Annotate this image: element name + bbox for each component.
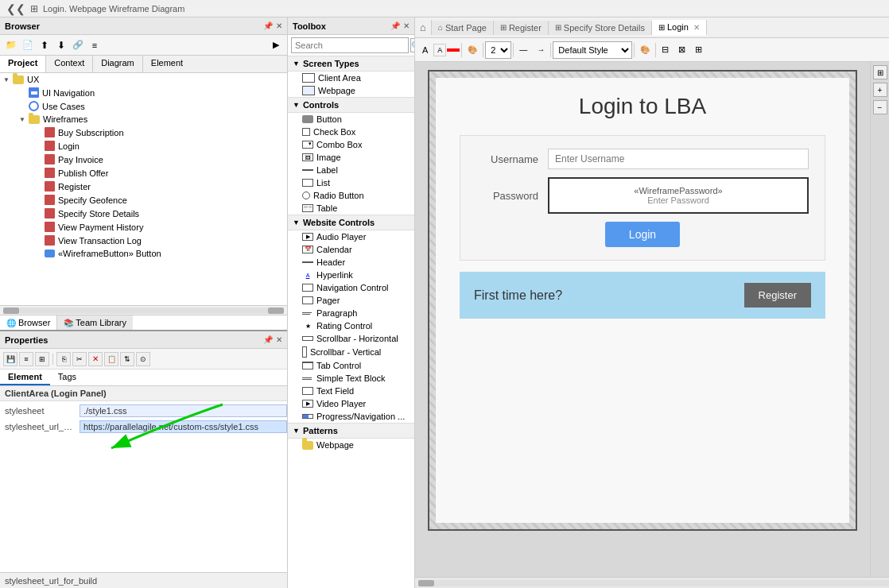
- toolbox-item-image[interactable]: 🖼 Image: [288, 151, 414, 164]
- toolbox-item-navigation-control[interactable]: Navigation Control: [288, 281, 414, 294]
- prop-tab-tags[interactable]: Tags: [50, 369, 84, 385]
- toolbox-item-progress-nav[interactable]: Progress/Navigation ...: [288, 410, 414, 423]
- prop-delete-icon[interactable]: ✕: [88, 352, 103, 366]
- prop-link-icon[interactable]: ⊙: [136, 352, 150, 366]
- tab-element[interactable]: Element: [143, 56, 191, 72]
- browser-close-icon[interactable]: ✕: [276, 21, 282, 30]
- fmt-arrow-icon[interactable]: →: [533, 41, 549, 59]
- properties-close-icon[interactable]: ✕: [276, 335, 282, 344]
- toolbox-item-table[interactable]: Table: [288, 202, 414, 215]
- toolbar-folder-btn[interactable]: 📁: [3, 37, 19, 53]
- prop-list-icon[interactable]: ≡: [19, 352, 33, 366]
- toolbar-chain-btn[interactable]: 🔗: [70, 37, 86, 53]
- browser-pin-icon[interactable]: 📌: [263, 21, 273, 30]
- toolbox-section-patterns[interactable]: ▼ Patterns: [288, 423, 414, 439]
- tree-item-wireframes[interactable]: ▼ Wireframes: [0, 113, 287, 126]
- toolbox-item-tab-control[interactable]: Tab Control: [288, 359, 414, 372]
- fmt-number-select[interactable]: 2: [485, 41, 511, 59]
- toolbox-item-webpage[interactable]: Webpage: [288, 84, 414, 97]
- toolbox-item-audio-player[interactable]: ▶ Audio Player: [288, 230, 414, 243]
- toolbox-item-label[interactable]: Label: [288, 164, 414, 176]
- login-tab-close[interactable]: ✕: [693, 23, 700, 32]
- prop-copy-icon[interactable]: ⎘: [56, 352, 71, 366]
- toolbox-item-check-box[interactable]: Check Box: [288, 126, 414, 138]
- tab-context[interactable]: Context: [46, 56, 93, 72]
- fmt-fill-color-icon[interactable]: 🎨: [636, 41, 654, 59]
- prop-value-stylesheet-url[interactable]: https://parallelagile.net/custom-css/sty…: [80, 420, 287, 433]
- nav-diagram-icon[interactable]: ⊞: [30, 3, 38, 14]
- tree-item-login[interactable]: Login: [0, 139, 287, 153]
- diagram-tab-specify-store[interactable]: ⊞ Specify Store Details: [549, 21, 652, 35]
- toolbox-item-hyperlink[interactable]: A Hyperlink: [288, 269, 414, 281]
- nav-back-icon[interactable]: ❮❮: [6, 2, 25, 15]
- fmt-align-left-icon[interactable]: ⊟: [658, 41, 673, 59]
- canvas-scrollbar-h[interactable]: [415, 577, 889, 588]
- toolbox-item-simple-text-block[interactable]: Simple Text Block: [288, 372, 414, 385]
- zoom-out-btn[interactable]: −: [873, 100, 887, 114]
- toolbar-down-btn[interactable]: ⬇: [53, 37, 69, 53]
- diagram-tab-register[interactable]: ⊞ Register: [494, 21, 549, 35]
- tree-item-ux[interactable]: ▼ UX: [0, 73, 287, 86]
- toolbox-section-website-controls[interactable]: ▼ Website Controls: [288, 215, 414, 230]
- tree-item-view-transaction-log[interactable]: View Transaction Log: [0, 234, 287, 247]
- canvas-scroll-area[interactable]: Login to LBA Username: [415, 62, 870, 577]
- bottom-tab-browser[interactable]: 🌐 Browser: [0, 315, 57, 330]
- tree-item-specify-store-details[interactable]: Specify Store Details: [0, 207, 287, 220]
- toolbox-item-radio-button[interactable]: Radio Button: [288, 189, 414, 202]
- toolbox-item-header[interactable]: Header: [288, 256, 414, 269]
- prop-tab-element[interactable]: Element: [0, 369, 50, 385]
- diagram-home-tab[interactable]: ⌂: [415, 20, 432, 35]
- tree-item-ui-nav[interactable]: UI Navigation: [0, 86, 287, 99]
- toolbox-item-pager[interactable]: Pager: [288, 294, 414, 307]
- tree-item-publish-offer[interactable]: Publish Offer: [0, 166, 287, 180]
- toolbar-page-btn[interactable]: 📄: [20, 37, 36, 53]
- fmt-color-a-icon[interactable]: A: [433, 44, 446, 56]
- fmt-align-right-icon[interactable]: ⊠: [674, 41, 689, 59]
- fmt-paint-bucket-icon[interactable]: 🎨: [464, 41, 481, 59]
- toolbar-up-btn[interactable]: ⬆: [37, 37, 52, 53]
- toolbox-item-video-player[interactable]: ▶ Video Player: [288, 397, 414, 410]
- toolbox-section-screen-types[interactable]: ▼ Screen Types: [288, 56, 414, 72]
- browser-scrollbar-h[interactable]: [0, 305, 287, 315]
- toolbox-search-input[interactable]: [291, 37, 409, 53]
- fmt-more-icon[interactable]: ⊞: [691, 41, 706, 59]
- zoom-fit-btn[interactable]: ⊞: [873, 65, 887, 79]
- toolbar-expand-btn[interactable]: ▶: [268, 37, 284, 53]
- toolbox-item-combo-box[interactable]: ▾ Combo Box: [288, 138, 414, 151]
- properties-pin-icon[interactable]: 📌: [263, 335, 273, 344]
- login-button[interactable]: Login: [605, 222, 680, 247]
- prop-cut-icon[interactable]: ✂: [72, 352, 87, 366]
- toolbox-close-icon[interactable]: ✕: [403, 21, 410, 30]
- prop-value-stylesheet[interactable]: ./style1.css: [80, 404, 287, 417]
- tree-item-use-cases[interactable]: Use Cases: [0, 99, 287, 113]
- toolbox-item-list[interactable]: List: [288, 176, 414, 189]
- tree-item-buy-subscription[interactable]: Buy Subscription: [0, 126, 287, 139]
- toolbox-item-rating-control[interactable]: ★ Rating Control: [288, 319, 414, 332]
- toolbox-item-calendar[interactable]: 📅 Calendar: [288, 243, 414, 256]
- username-input[interactable]: [548, 149, 809, 169]
- fmt-line-style-icon[interactable]: —: [515, 41, 531, 59]
- prop-arrange-icon[interactable]: ⇅: [120, 352, 134, 366]
- toolbar-menu-btn[interactable]: ≡: [87, 37, 103, 53]
- diagram-tab-start-page[interactable]: ⌂ Start Page: [432, 21, 494, 35]
- tree-item-specify-geofence[interactable]: Specify Geofence: [0, 193, 287, 207]
- toolbox-item-text-field[interactable]: Text Field: [288, 385, 414, 397]
- prop-grid-icon[interactable]: ⊞: [35, 352, 49, 366]
- toolbox-section-controls[interactable]: ▼ Controls: [288, 97, 414, 113]
- diagram-tab-login[interactable]: ⊞ Login ✕: [652, 20, 707, 36]
- toolbox-item-paragraph[interactable]: Paragraph: [288, 307, 414, 319]
- tab-project[interactable]: Project: [0, 56, 46, 72]
- tree-item-register[interactable]: Register: [0, 180, 287, 193]
- tree-item-pay-invoice[interactable]: Pay Invoice: [0, 153, 287, 166]
- toolbox-item-patterns-webpage[interactable]: Webpage: [288, 439, 414, 451]
- toolbox-pin-icon[interactable]: 📌: [390, 21, 400, 30]
- zoom-in-btn[interactable]: +: [873, 83, 887, 97]
- toolbox-item-scrollbar-h[interactable]: Scrollbar - Horizontal: [288, 332, 414, 345]
- prop-paste-icon[interactable]: 📋: [104, 352, 118, 366]
- fmt-font-icon[interactable]: A: [418, 41, 432, 59]
- password-input[interactable]: «WireframePassword» Enter Password: [548, 177, 809, 214]
- tab-diagram[interactable]: Diagram: [93, 56, 143, 72]
- tree-item-view-payment-history[interactable]: View Payment History: [0, 220, 287, 234]
- fmt-style-select[interactable]: Default Style: [553, 41, 632, 59]
- tree-item-wireframe-button[interactable]: «WireframeButton» Button: [0, 247, 287, 260]
